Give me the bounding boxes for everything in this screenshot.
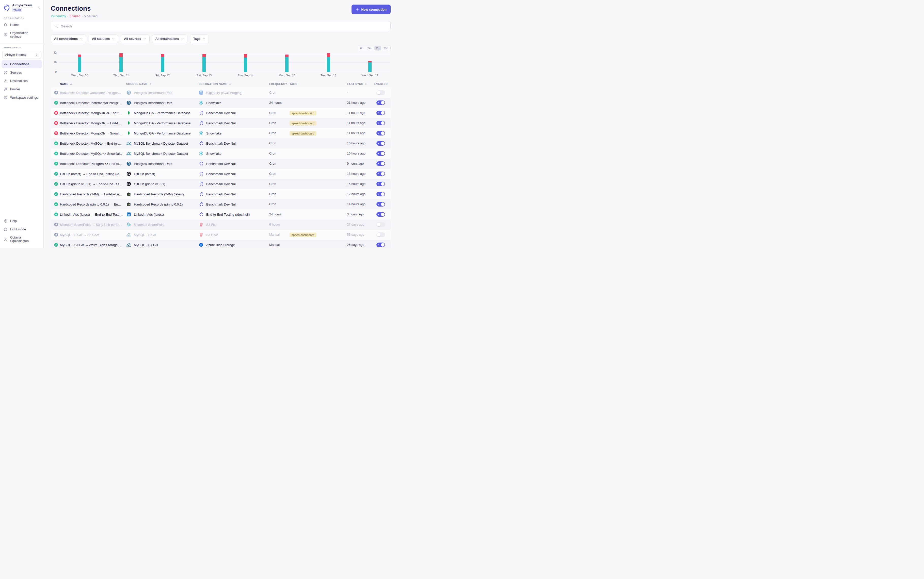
- sidebar-item-organization-settings[interactable]: Organization settings: [2, 29, 42, 40]
- column-header-destination-name[interactable]: DESTINATION NAME: [199, 82, 269, 85]
- enabled-toggle[interactable]: [376, 192, 385, 196]
- last-sync: 14 hours ago: [347, 203, 374, 206]
- table-body: Bottleneck Detector Candidate: Postgres …: [51, 88, 391, 248]
- hardcoded-records-icon: [126, 191, 131, 196]
- enabled-toggle[interactable]: [376, 141, 385, 146]
- filter-dropdown-all-connections[interactable]: All connections: [51, 34, 86, 43]
- destination-cell: S3 CSV: [199, 232, 269, 237]
- sidebar-item-octavia-squiddington[interactable]: Octavia Squiddington: [2, 234, 42, 245]
- chart-bar-group[interactable]: [142, 53, 183, 72]
- table-row[interactable]: Hardcoded Records (24M) → End-to-End Te.…: [51, 189, 391, 199]
- sync-chart-section: 6h24h7d30d 01632 Wed, Sep 10Thu, Sep 11F…: [51, 45, 391, 77]
- sidebar-item-help[interactable]: Help: [2, 217, 42, 225]
- table-row[interactable]: Bottleneck Detector: MySQL <> SnowflakeM…: [51, 149, 391, 159]
- search-input[interactable]: [61, 24, 387, 28]
- enabled-toggle[interactable]: [376, 242, 385, 247]
- paused-status-icon: [54, 232, 58, 237]
- filter-dropdown-all-sources[interactable]: All sources: [121, 34, 149, 43]
- chart-bar-group[interactable]: [183, 53, 225, 72]
- table-row[interactable]: Microsoft SharePoint → S3 (13mb performa…: [51, 219, 391, 230]
- chart-bar-group[interactable]: [59, 53, 100, 72]
- enabled-toggle[interactable]: [376, 222, 385, 227]
- column-header-name[interactable]: NAME: [60, 82, 126, 85]
- table-row[interactable]: MySQL - 128GB → Azure Blob Storage JSOn …: [51, 240, 391, 248]
- sidebar-item-light-mode[interactable]: Light mode: [2, 225, 42, 234]
- frequency: Cron: [269, 142, 290, 145]
- workspace-selector[interactable]: Airbyte Internal: [3, 51, 41, 59]
- enabled-toggle[interactable]: [376, 131, 385, 136]
- table-row[interactable]: Bottleneck Detector Candidate: Postgres …: [51, 88, 391, 98]
- y-tick-label: 0: [55, 70, 57, 73]
- column-header-last-sync[interactable]: LAST SYNC: [347, 82, 374, 85]
- column-header-source-name[interactable]: SOURCE NAME: [126, 82, 199, 85]
- enabled-toggle[interactable]: [376, 172, 385, 176]
- enabled-toggle[interactable]: [376, 100, 385, 105]
- table-row[interactable]: MySQL - 10GB → S3 CSVMySQLMySQL - 10GBS3…: [51, 230, 391, 240]
- enabled-toggle[interactable]: [376, 182, 385, 186]
- range-option-24h[interactable]: 24h: [366, 46, 374, 51]
- range-option-7d[interactable]: 7d: [374, 46, 381, 51]
- frequency: Manual: [269, 233, 290, 237]
- table-row[interactable]: LinkedIn Ads (latest) → End-to-End Testi…: [51, 209, 391, 219]
- table-row[interactable]: Hardcoded Records (pin to 0.0.1) → End-t…: [51, 199, 391, 209]
- chart-bar-group[interactable]: [349, 53, 391, 72]
- table-row[interactable]: Bottleneck Detector: Incremental Postgre…: [51, 98, 391, 108]
- chart-bar-group[interactable]: [266, 53, 308, 72]
- airbyte-icon: [199, 121, 204, 126]
- enabled-toggle[interactable]: [376, 121, 385, 125]
- table-row[interactable]: Bottleneck Detector: Postgres <> End-to-…: [51, 159, 391, 169]
- sidebar-item-builder[interactable]: Builder: [2, 85, 42, 93]
- workspace-selector-value: Airbyte Internal: [5, 53, 26, 57]
- sidebar-item-sources[interactable]: Sources: [2, 69, 42, 77]
- table-row[interactable]: GitHub (pin to v1.8.1) → End-to-End Test…: [51, 179, 391, 189]
- table-row[interactable]: Bottleneck Detector: MongoDb → End-to-En…: [51, 118, 391, 128]
- svg-text:MySQL: MySQL: [126, 144, 131, 146]
- enabled-toggle[interactable]: [376, 202, 385, 206]
- last-sync: 15 hours ago: [347, 182, 374, 186]
- range-option-6h[interactable]: 6h: [358, 46, 365, 51]
- bar-segment-healthy: [244, 57, 247, 72]
- filter-dropdown-tags[interactable]: Tags: [190, 34, 209, 43]
- new-connection-button[interactable]: New connection: [351, 5, 391, 14]
- last-sync: 26 days ago: [347, 243, 374, 247]
- sidebar-item-workspace-settings[interactable]: Workspace settings: [2, 93, 42, 102]
- table-row[interactable]: Bottleneck Detector: MySQL <> End-to-End…: [51, 138, 391, 149]
- sidebar-item-connections[interactable]: Connections: [2, 60, 42, 68]
- enabled-toggle[interactable]: [376, 161, 385, 166]
- frequency: Cron: [269, 203, 290, 206]
- enabled-toggle[interactable]: [376, 90, 385, 95]
- enabled-toggle[interactable]: [376, 111, 385, 115]
- chart-bar-group[interactable]: [308, 53, 349, 72]
- filter-dropdown-all-destinations[interactable]: All destinations: [152, 34, 187, 43]
- mongodb-icon: [126, 131, 131, 136]
- sidebar-item-destinations[interactable]: Destinations: [2, 77, 42, 85]
- x-tick-label: Fri, Sep 12: [142, 72, 183, 77]
- frequency: Cron: [269, 192, 290, 196]
- enabled-toggle[interactable]: [376, 212, 385, 217]
- enabled-toggle[interactable]: [376, 232, 385, 237]
- status-cell: [54, 111, 60, 115]
- toggle-dot: [378, 163, 379, 164]
- destination-cell: Snowflake: [199, 100, 269, 105]
- source-cell: GitHub (pin to v1.8.1): [126, 182, 199, 186]
- sidebar-item-label: Connections: [10, 62, 30, 66]
- source-name: LinkedIn Ads (latest): [134, 213, 164, 216]
- last-sync: 21 hours ago: [347, 101, 374, 105]
- column-label: ENABLED: [374, 82, 387, 85]
- airbyte-icon: [199, 182, 204, 186]
- filter-dropdown-all-statuses[interactable]: All statuses: [89, 34, 118, 43]
- source-cell: SMicrosoft SharePoint: [126, 222, 199, 227]
- success-status-icon: [54, 100, 58, 105]
- chart-bar-group[interactable]: [100, 53, 142, 72]
- range-option-30d[interactable]: 30d: [382, 46, 390, 51]
- table-row[interactable]: GitHub (latest) → End-to-End Testing (/d…: [51, 169, 391, 179]
- org-switcher[interactable]: Airbyte Team TEAMS: [0, 3, 43, 14]
- sidebar-item-home[interactable]: Home: [2, 21, 42, 29]
- table-row[interactable]: Bottleneck Detector: MongoDb → Snowflake…: [51, 128, 391, 138]
- chart-bar-group[interactable]: [225, 53, 266, 72]
- airbyte-logo-icon: [3, 4, 10, 11]
- enabled-toggle[interactable]: [376, 151, 385, 156]
- source-cell: Hardcoded Records (pin to 0.0.1): [126, 202, 199, 207]
- table-row[interactable]: Bottleneck Detector: MongoDb <> End-to-E…: [51, 108, 391, 118]
- frequency: Cron: [269, 182, 290, 186]
